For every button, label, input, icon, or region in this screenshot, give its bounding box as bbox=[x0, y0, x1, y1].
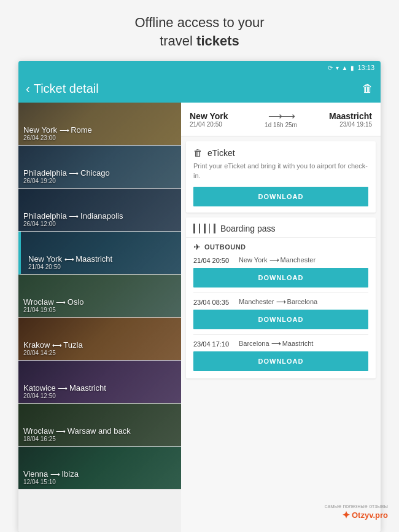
segment-route-line: 23/04 17:10 Barcelona ⟶ Maastricht bbox=[193, 340, 368, 348]
ticket-route: Vienna ⟶ Ibiza bbox=[23, 469, 79, 479]
segment-cities: New York ⟶ Manchester bbox=[239, 256, 316, 264]
eticket-title: eTicket bbox=[207, 148, 235, 158]
watermark: самые полезные отзывы ✦ Otzyv.pro bbox=[325, 503, 388, 521]
ticket-date: 12/04 15:10 bbox=[23, 479, 79, 485]
status-bar: ⟳ ▾ ▲ ▮ 13:13 bbox=[18, 61, 381, 74]
origin-city-date: 21/04 20:50 bbox=[190, 121, 260, 128]
nav-bar: ‹ Ticket detail 🗑 bbox=[18, 74, 381, 103]
eticket-download-button[interactable]: DOWNLOAD bbox=[193, 187, 368, 206]
ticket-info: Wroclaw ⟶ Warsaw and back 18/04 16:25 bbox=[23, 426, 131, 442]
segment-route-line: 21/04 20:50 New York ⟶ Manchester bbox=[193, 256, 368, 264]
ticket-info: Krakow ⟷ Tuzla 20/04 14:25 bbox=[23, 340, 83, 356]
header-line2-prefix: travel bbox=[160, 33, 196, 49]
ticket-item[interactable]: Philadelphia ⟶ Chicago 26/04 19:20 bbox=[18, 146, 181, 189]
ticket-item[interactable]: Wroclaw ⟶ Warsaw and back 18/04 16:25 bbox=[18, 404, 181, 447]
destination-city: Maastricht 23/04 19:15 bbox=[302, 111, 372, 128]
ticket-info: Philadelphia ⟶ Indianapolis 26/04 12:00 bbox=[23, 211, 123, 227]
ticket-route: Krakow ⟷ Tuzla bbox=[23, 340, 83, 350]
main-content: New York ⟶ Rome 26/04 23:00 Philadelphia… bbox=[18, 103, 381, 532]
ticket-route: Philadelphia ⟶ Indianapolis bbox=[23, 211, 123, 221]
ticket-info: Vienna ⟶ Ibiza 12/04 15:10 bbox=[23, 469, 79, 485]
boarding-divider bbox=[193, 292, 368, 293]
watermark-logo-text: Otzyv.pro bbox=[352, 510, 388, 520]
battery-icon: ▮ bbox=[351, 65, 354, 71]
ticket-info: Philadelphia ⟶ Chicago 26/04 19:20 bbox=[23, 168, 110, 184]
segment-2-download-button[interactable]: DOWNLOAD bbox=[193, 310, 368, 329]
segment-3-download-button[interactable]: DOWNLOAD bbox=[193, 351, 368, 371]
ticket-date: 26/04 19:20 bbox=[23, 178, 110, 184]
plane-icon: ✈ bbox=[193, 242, 201, 252]
destination-city-name: Maastricht bbox=[302, 111, 372, 121]
ticket-route: New York ⟷ Maastricht bbox=[28, 254, 112, 264]
boarding-pass-card: Boarding pass ✈ OUTBOUND 21/04 20:50 New… bbox=[186, 217, 376, 378]
back-button[interactable]: ‹ Ticket detail bbox=[26, 82, 99, 96]
signal-icon: ▲ bbox=[342, 65, 348, 71]
ticket-date: 20/04 12:50 bbox=[23, 393, 106, 399]
rotate-icon: ⟳ bbox=[328, 65, 333, 71]
ticket-info: Wroclaw ⟶ Oslo 21/04 19:05 bbox=[23, 297, 84, 313]
eticket-card-header: 🗑 eTicket bbox=[186, 141, 376, 162]
ticket-route: Wroclaw ⟶ Oslo bbox=[23, 297, 84, 307]
outbound-label: ✈ OUTBOUND bbox=[186, 238, 376, 256]
trash-button[interactable]: 🗑 bbox=[362, 82, 373, 95]
origin-city: New York 21/04 20:50 bbox=[190, 111, 260, 128]
ticket-item[interactable]: Philadelphia ⟶ Indianapolis 26/04 12:00 bbox=[18, 189, 181, 232]
ticket-date: 26/04 12:00 bbox=[23, 221, 123, 227]
destination-city-date: 23/04 19:15 bbox=[302, 121, 372, 128]
segment-cities: Manchester ⟶ Barcelona bbox=[239, 298, 317, 306]
eticket-card: 🗑 eTicket Print your eTicket and bring i… bbox=[186, 141, 376, 213]
barcode-icon bbox=[193, 224, 215, 233]
header-line1: Offline access to your bbox=[134, 15, 264, 30]
segment-cities: Barcelona ⟶ Maastricht bbox=[239, 340, 313, 348]
eticket-description: Print your eTicket and bring it with you… bbox=[193, 162, 368, 181]
eticket-card-body: Print your eTicket and bring it with you… bbox=[186, 162, 376, 213]
nav-title: Ticket detail bbox=[34, 82, 99, 96]
segment-time: 23/04 17:10 bbox=[193, 340, 236, 348]
route-header: New York 21/04 20:50 ⟶⟶ 1d 16h 25m Maast… bbox=[181, 103, 381, 136]
segment-time: 21/04 20:50 bbox=[193, 257, 236, 264]
ticket-item[interactable]: Wroclaw ⟶ Oslo 21/04 19:05 bbox=[18, 275, 181, 318]
ticket-info: New York ⟷ Maastricht 21/04 20:50 bbox=[28, 254, 112, 270]
segment-time: 23/04 08:35 bbox=[193, 299, 236, 306]
watermark-logo-icon: ✦ bbox=[342, 509, 350, 521]
header-line2-bold: tickets bbox=[196, 33, 239, 49]
boarding-segment-2: 23/04 08:35 Manchester ⟶ Barcelona DOWNL… bbox=[186, 298, 376, 334]
ticket-item[interactable]: Katowice ⟶ Maastricht 20/04 12:50 bbox=[18, 361, 181, 404]
page-background: Offline access to your travel tickets ⟳ … bbox=[0, 0, 399, 532]
origin-city-name: New York bbox=[190, 111, 260, 121]
route-arrow-icon: ⟶⟶ bbox=[265, 110, 297, 122]
watermark-line1: самые полезные отзывы bbox=[325, 503, 388, 509]
boarding-segment-1: 21/04 20:50 New York ⟶ Manchester DOWNLO… bbox=[186, 256, 376, 292]
watermark-logo: ✦ Otzyv.pro bbox=[325, 509, 388, 521]
ticket-list: New York ⟶ Rome 26/04 23:00 Philadelphia… bbox=[18, 103, 181, 532]
ticket-date: 20/04 14:25 bbox=[23, 350, 83, 356]
boarding-pass-header: Boarding pass bbox=[186, 217, 376, 238]
status-time: 13:13 bbox=[357, 64, 374, 71]
ticket-date: 26/04 23:00 bbox=[23, 135, 92, 141]
ticket-route: Wroclaw ⟶ Warsaw and back bbox=[23, 426, 131, 436]
ticket-info: Katowice ⟶ Maastricht 20/04 12:50 bbox=[23, 383, 106, 399]
ticket-item-active[interactable]: New York ⟷ Maastricht 21/04 20:50 bbox=[18, 232, 181, 275]
segment-route-line: 23/04 08:35 Manchester ⟶ Barcelona bbox=[193, 298, 368, 306]
ticket-item[interactable]: Vienna ⟶ Ibiza 12/04 15:10 bbox=[18, 447, 181, 490]
ticket-detail-panel: New York 21/04 20:50 ⟶⟶ 1d 16h 25m Maast… bbox=[181, 103, 381, 532]
boarding-divider bbox=[193, 334, 368, 335]
ticket-date: 18/04 16:25 bbox=[23, 436, 131, 442]
back-arrow-icon: ‹ bbox=[26, 82, 30, 96]
boarding-segment-3: 23/04 17:10 Barcelona ⟶ Maastricht DOWNL… bbox=[186, 340, 376, 376]
device-frame: ⟳ ▾ ▲ ▮ 13:13 ‹ Ticket detail 🗑 bbox=[18, 61, 381, 532]
ticket-item[interactable]: Krakow ⟷ Tuzla 20/04 14:25 bbox=[18, 318, 181, 361]
outbound-text: OUTBOUND bbox=[204, 243, 246, 251]
page-header: Offline access to your travel tickets bbox=[98, 0, 301, 61]
ticket-route: New York ⟶ Rome bbox=[23, 125, 92, 135]
ticket-date: 21/04 20:50 bbox=[28, 264, 112, 270]
ticket-date: 21/04 19:05 bbox=[23, 307, 84, 313]
route-duration-block: ⟶⟶ 1d 16h 25m bbox=[265, 110, 297, 128]
boarding-pass-title: Boarding pass bbox=[220, 224, 276, 233]
ticket-info: New York ⟶ Rome 26/04 23:00 bbox=[23, 125, 92, 141]
ticket-item[interactable]: New York ⟶ Rome 26/04 23:00 bbox=[18, 103, 181, 146]
segment-1-download-button[interactable]: DOWNLOAD bbox=[193, 268, 368, 288]
wifi-icon: ▾ bbox=[336, 65, 339, 71]
duration-text: 1d 16h 25m bbox=[265, 122, 297, 128]
eticket-icon: 🗑 bbox=[193, 147, 203, 158]
